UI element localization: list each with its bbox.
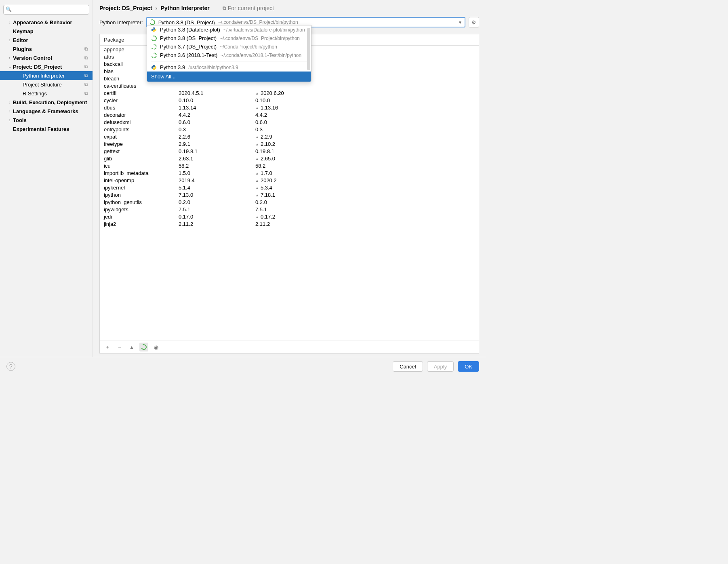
table-row[interactable]: certifi2020.4.5.1▲2020.6.20 <box>100 89 479 97</box>
table-row[interactable]: cycler0.10.00.10.0 <box>100 97 479 104</box>
table-row[interactable]: ipykernel5.1.4▲5.3.4 <box>100 184 479 191</box>
sidebar-item[interactable]: Python Interpreter⧉ <box>0 71 93 80</box>
package-latest: ▲2.10.2 <box>251 140 479 147</box>
conda-icon <box>150 43 158 51</box>
chevron-right-icon: › <box>6 109 13 114</box>
table-row[interactable]: ipython_genutils0.2.00.2.0 <box>100 198 479 206</box>
apply-button[interactable]: Apply <box>427 361 454 372</box>
chevron-down-icon: ▼ <box>458 20 462 25</box>
table-row[interactable]: decorator4.4.24.4.2 <box>100 111 479 118</box>
package-name: expat <box>100 133 175 140</box>
package-latest <box>251 82 479 89</box>
sidebar-item[interactable]: ›Editor <box>0 36 93 44</box>
remove-package-button[interactable]: − <box>115 343 124 351</box>
table-row[interactable]: dbus1.13.14▲1.13.16 <box>100 104 479 111</box>
conda-icon <box>140 343 147 351</box>
sidebar-item-label: R Settings <box>23 90 83 97</box>
table-row[interactable]: ipywidgets7.5.17.5.1 <box>100 206 479 213</box>
package-name: gettext <box>100 147 175 155</box>
dropdown-item-path: ~/.conda/envs/2018.1-Test/bin/python <box>221 53 301 58</box>
sidebar-item[interactable]: ›Tools <box>0 116 93 124</box>
package-latest: 0.10.0 <box>251 97 479 104</box>
package-name: jedi <box>100 213 175 220</box>
sidebar-item-label: Languages & Frameworks <box>13 108 90 114</box>
package-version: 2.9.1 <box>175 140 251 147</box>
add-package-button[interactable]: ＋ <box>103 343 112 351</box>
table-row[interactable]: importlib_metadata1.5.0▲1.7.0 <box>100 169 479 177</box>
settings-tree: ›Appearance & BehaviorKeymap›EditorPlugi… <box>0 18 93 354</box>
sidebar-item-label: Python Interpreter <box>23 73 83 79</box>
sidebar-item[interactable]: ›Version Control⧉ <box>0 53 93 62</box>
package-version: 7.5.1 <box>175 206 251 213</box>
dropdown-item[interactable]: Python 3.7 (DS_Project)~/CondaProject/bi… <box>147 42 311 51</box>
chevron-right-icon: › <box>6 38 13 42</box>
table-row[interactable]: defusedxml0.6.00.6.0 <box>100 118 479 126</box>
table-row[interactable]: expat2.2.6▲2.2.9 <box>100 133 479 140</box>
package-version: 2019.4 <box>175 177 251 184</box>
table-row[interactable]: jinja22.11.22.11.2 <box>100 220 479 227</box>
sidebar-item[interactable]: ›Languages & Frameworks <box>0 107 93 116</box>
copy-icon: ⧉ <box>223 5 226 11</box>
sidebar-item-label: Experimental Features <box>13 126 90 132</box>
dropdown-item[interactable]: Python 3.9 /usr/local/bin/python3.9 <box>147 63 311 72</box>
sidebar-item[interactable]: ›Build, Execution, Deployment <box>0 98 93 107</box>
sidebar-item-label: Keymap <box>13 28 90 34</box>
sidebar-item[interactable]: Experimental Features <box>0 124 93 133</box>
table-row[interactable]: freetype2.9.1▲2.10.2 <box>100 140 479 147</box>
sidebar-item[interactable]: ›Appearance & Behavior <box>0 18 93 27</box>
copy-icon: ⧉ <box>84 64 90 69</box>
python-icon <box>151 65 157 70</box>
package-version: 2.11.2 <box>175 220 251 227</box>
table-row[interactable]: entrypoints0.30.3 <box>100 126 479 133</box>
interpreter-dropdown: Python 3.8 (Datalore-plot)~/.virtualenvs… <box>147 25 311 82</box>
sidebar-item-label: Version Control <box>13 55 83 61</box>
show-early-releases-button[interactable]: ◉ <box>151 343 160 351</box>
cancel-button[interactable]: Cancel <box>393 361 423 372</box>
dropdown-item[interactable]: Python 3.8 (DS_Project)~/.conda/envs/DS_… <box>147 34 311 42</box>
dropdown-scrollbar[interactable] <box>307 28 310 70</box>
copy-icon: ⧉ <box>84 46 90 52</box>
dropdown-item-name: Python 3.8 (DS_Project) <box>160 35 217 41</box>
package-version: 2020.4.5.1 <box>175 89 251 97</box>
help-button[interactable]: ? <box>6 362 15 371</box>
ok-button[interactable]: OK <box>458 361 479 372</box>
package-version: 5.1.4 <box>175 184 251 191</box>
table-row[interactable]: gettext0.19.8.10.19.8.1 <box>100 147 479 155</box>
sidebar-item-label: Tools <box>13 117 90 123</box>
dropdown-item[interactable]: Python 3.6 (2018.1-Test)~/.conda/envs/20… <box>147 51 311 59</box>
upgrade-icon: ▲ <box>255 179 259 183</box>
table-row[interactable]: intel-openmp2019.4▲2020.2 <box>100 177 479 184</box>
table-row[interactable]: ipython7.13.0▲7.18.1 <box>100 191 479 198</box>
dropdown-show-all[interactable]: Show All... <box>147 72 311 82</box>
chevron-right-icon: › <box>6 118 13 122</box>
package-version: 0.2.0 <box>175 198 251 206</box>
table-row[interactable]: glib2.63.1▲2.65.0 <box>100 155 479 162</box>
package-latest: 7.5.1 <box>251 206 479 213</box>
conda-button[interactable] <box>139 343 148 351</box>
package-latest: 0.6.0 <box>251 118 479 126</box>
sidebar-item[interactable]: R Settings⧉ <box>0 89 93 98</box>
package-latest: ▲5.3.4 <box>251 184 479 191</box>
table-row[interactable]: icu58.258.2 <box>100 162 479 169</box>
sidebar-item[interactable]: Project Structure⧉ <box>0 80 93 89</box>
sidebar-item[interactable]: Plugins⧉ <box>0 44 93 53</box>
sidebar-item-label: Editor <box>13 37 90 43</box>
package-latest: ▲2020.6.20 <box>251 89 479 97</box>
table-row[interactable]: jedi0.17.0▲0.17.2 <box>100 213 479 220</box>
sidebar-item[interactable]: Keymap <box>0 27 93 36</box>
upgrade-package-button[interactable]: ▲ <box>127 343 136 351</box>
conda-icon <box>150 35 158 42</box>
upgrade-icon: ▲ <box>255 193 259 197</box>
table-row[interactable]: ca-certificates <box>100 82 479 89</box>
dropdown-item[interactable]: Python 3.8 (Datalore-plot)~/.virtualenvs… <box>147 25 311 34</box>
search-input[interactable] <box>3 5 89 15</box>
package-name: ipython <box>100 191 175 198</box>
interpreter-path: ~/.conda/envs/DS_Project/bin/python <box>218 19 298 25</box>
gear-button[interactable]: ⚙ <box>469 17 479 27</box>
copy-icon: ⧉ <box>84 82 90 87</box>
package-latest: ▲7.18.1 <box>251 191 479 198</box>
package-name: glib <box>100 155 175 162</box>
breadcrumb-project: Project: DS_Project <box>99 5 152 11</box>
sidebar-item[interactable]: ⌄Project: DS_Project⧉ <box>0 62 93 71</box>
package-version: 0.19.8.1 <box>175 147 251 155</box>
